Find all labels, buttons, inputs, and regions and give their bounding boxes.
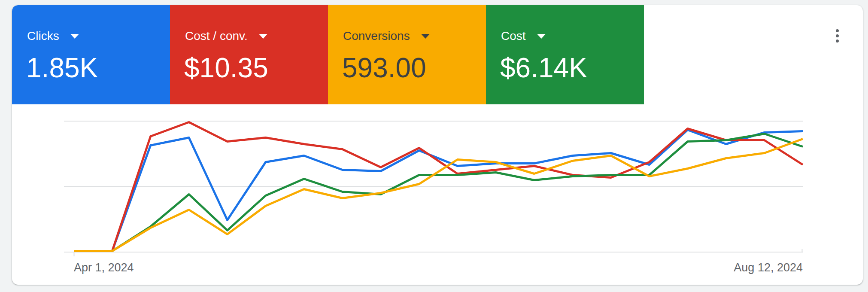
series-line-cost	[74, 134, 803, 251]
overview-chart-card: Clicks 1.85K Cost / conv. $10.35 Convers…	[12, 5, 863, 285]
x-axis-end-label: Aug 12, 2024	[734, 260, 803, 275]
series-line-clicks	[74, 130, 803, 251]
x-axis-start-label: Apr 1, 2024	[74, 260, 134, 275]
trend-chart-svg	[12, 5, 863, 285]
series-line-conversions	[74, 139, 803, 251]
page-background: { "ui": { "more_options_icon": "vertical…	[0, 0, 868, 292]
